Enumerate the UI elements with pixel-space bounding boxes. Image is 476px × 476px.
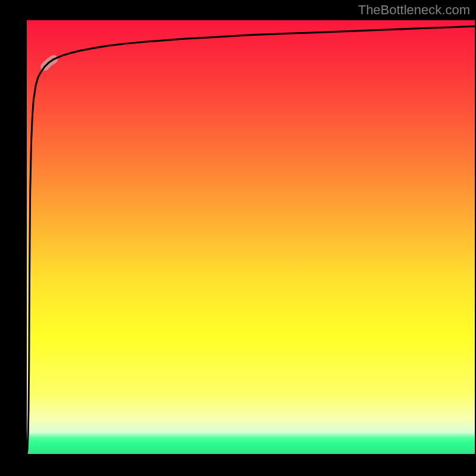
chart-svg [27, 20, 475, 454]
plot-background [27, 20, 475, 454]
attribution-text: TheBottleneck.com [358, 2, 470, 18]
